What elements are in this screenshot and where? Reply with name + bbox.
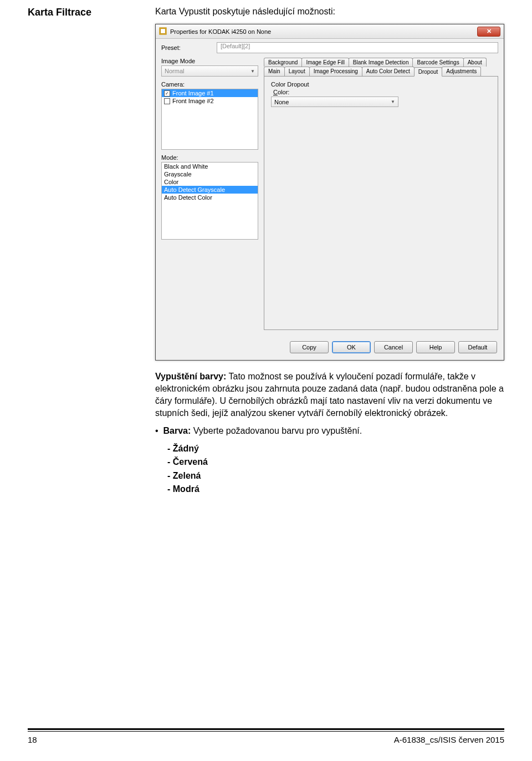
list-item-label: Black and White — [164, 163, 208, 170]
doc-body: Vypuštění barvy: Tato možnost se používá… — [155, 371, 504, 495]
tab-layout[interactable]: Layout — [284, 67, 310, 76]
list-item-label: Front Image #2 — [172, 98, 214, 104]
cancel-button[interactable]: Cancel — [374, 341, 413, 353]
tab-blank-image-detection[interactable]: Blank Image Detection — [349, 58, 413, 67]
copy-button[interactable]: Copy — [290, 341, 329, 353]
list-item-label: Auto Detect Color — [164, 194, 212, 201]
list-item: Žádný — [167, 443, 504, 455]
intro-text: Karta Vypustit poskytuje následující mož… — [155, 7, 504, 18]
preset-label: Preset: — [161, 44, 217, 51]
page-footer: 18 A-61838_cs/ISIS červen 2015 — [28, 728, 504, 744]
app-icon — [159, 27, 170, 36]
tab-panel-dropout: Color Dropout Color: None ▼ — [264, 76, 498, 330]
list-item[interactable]: Front Image #2 — [162, 97, 258, 105]
chevron-down-icon: ▼ — [250, 69, 255, 74]
para-lead: Vypuštění barvy: — [155, 372, 226, 381]
camera-label: Camera: — [161, 81, 185, 88]
color-option-list: Žádný Červená Zelená Modrá — [167, 443, 504, 495]
list-item-label: Color — [164, 179, 178, 185]
titlebar[interactable]: Properties for KODAK i4250 on None ✕ — [156, 24, 504, 39]
tab-auto-color-detect[interactable]: Auto Color Detect — [362, 67, 415, 76]
close-icon: ✕ — [487, 28, 492, 35]
chevron-down-icon: ▼ — [391, 99, 395, 104]
list-item-label: Front Image #1 — [172, 90, 214, 97]
help-button[interactable]: Help — [416, 341, 455, 353]
tab-background[interactable]: Background — [264, 58, 302, 67]
list-item[interactable]: Auto Detect Grayscale — [162, 186, 258, 194]
list-item: Červená — [167, 456, 504, 468]
camera-listbox[interactable]: ✓ Front Image #1 Front Image #2 — [161, 89, 258, 150]
list-item[interactable]: Color — [162, 178, 258, 186]
bullet-lead: Barva: — [163, 426, 191, 435]
bullet-body: Vyberte požadovanou barvu pro vypuštění. — [191, 426, 362, 435]
list-item[interactable]: Auto Detect Color — [162, 194, 258, 201]
list-item: Modrá — [167, 483, 504, 495]
svg-rect-1 — [161, 28, 166, 33]
color-value: None — [274, 99, 289, 105]
color-dropdown[interactable]: None ▼ — [271, 97, 398, 107]
mode-listbox[interactable]: Black and White Grayscale Color Auto Det… — [161, 162, 258, 240]
section-title: Karta Filtrace — [28, 7, 155, 18]
list-item-label: Auto Detect Grayscale — [164, 186, 225, 193]
tab-image-processing[interactable]: Image Processing — [309, 67, 362, 76]
color-dropout-label: Color Dropout — [271, 81, 491, 88]
image-mode-value: Normal — [165, 68, 184, 74]
page-number: 18 — [28, 735, 37, 744]
checkbox-icon: ✓ — [164, 90, 170, 97]
preset-input[interactable]: [Default][2] — [217, 42, 498, 53]
tab-main[interactable]: Main — [264, 67, 285, 76]
default-button[interactable]: Default — [458, 341, 497, 353]
ok-button[interactable]: OK — [332, 341, 371, 353]
list-item[interactable]: Black and White — [162, 163, 258, 170]
close-button[interactable]: ✕ — [477, 27, 500, 37]
list-item: Zelená — [167, 470, 504, 482]
image-mode-label: Image Mode — [161, 58, 195, 64]
tab-about[interactable]: About — [463, 58, 487, 67]
mode-label: Mode: — [161, 154, 178, 161]
tab-barcode-settings[interactable]: Barcode Settings — [412, 58, 463, 67]
tab-image-edge-fill[interactable]: Image Edge Fill — [301, 58, 349, 67]
list-item-label: Grayscale — [164, 171, 192, 177]
color-label: Color: — [273, 89, 491, 95]
checkbox-icon — [164, 98, 170, 104]
titlebar-text: Properties for KODAK i4250 on None — [170, 28, 477, 35]
list-item[interactable]: Grayscale — [162, 170, 258, 178]
tab-adjustments[interactable]: Adjustments — [442, 67, 481, 76]
tab-dropout[interactable]: Dropout — [414, 67, 443, 77]
image-mode-dropdown[interactable]: Normal ▼ — [161, 65, 258, 77]
list-item[interactable]: ✓ Front Image #1 — [162, 89, 258, 97]
dialog-button-row: Copy OK Cancel Help Default — [156, 336, 504, 360]
properties-dialog: Properties for KODAK i4250 on None ✕ Pre… — [155, 24, 504, 361]
footer-right: A-61838_cs/ISIS červen 2015 — [394, 735, 504, 744]
